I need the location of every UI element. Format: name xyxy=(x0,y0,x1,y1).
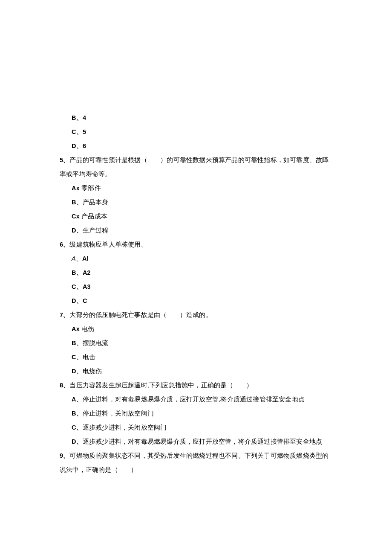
q4-option-b-text: 4 xyxy=(83,114,86,121)
q9-stem-line2: 说法中，正确的是（ ） xyxy=(60,463,332,477)
q5-option-d-text: 生产过程 xyxy=(83,227,109,234)
q8-option-c: C、逐步减少进料，关闭放空阀门 xyxy=(60,421,332,435)
q7-option-a: Ax 电伤 xyxy=(60,322,332,336)
q7-option-d-label: D、 xyxy=(72,368,83,375)
q7-option-c-label: C、 xyxy=(72,354,83,360)
q8-option-a-text: 停止进料，对有毒易燃易爆介质，应打开放空管,将介质通过接管排至安全地点 xyxy=(83,396,305,403)
q4-option-c-text: 5 xyxy=(83,128,86,135)
q4-option-d: D、6 xyxy=(60,139,332,153)
q5-option-a: Ax 零部件 xyxy=(60,181,332,195)
q7-stem-text: 大部分的低压触电死亡事故是由（ ）造成的。 xyxy=(69,311,212,318)
q4-option-c-label: C、 xyxy=(72,128,83,135)
q7-stem: 7、大部分的低压触电死亡事故是由（ ）造成的。 xyxy=(60,308,332,322)
q6-option-d: D、C xyxy=(60,294,332,308)
q5-stem-line1: 5、产品的可靠性预计是根据（ ）的可靠性数据来预算产品的可靠性指标，如可靠度、故… xyxy=(60,153,332,167)
q6-option-a-label: A、 xyxy=(72,255,82,262)
q6-option-b-label: B、 xyxy=(72,269,83,276)
q5-option-c-text: 产品成本 xyxy=(80,213,107,220)
q7-option-b: B、摆脱电流 xyxy=(60,336,332,350)
q5-option-d-label: D、 xyxy=(72,227,83,234)
q9-stem-text-1: 可燃物质的聚集状态不同，其受热后发生的燃烧过程也不同。下列关于可燃物质燃烧类型的 xyxy=(69,452,329,459)
q6-option-c-text: A3 xyxy=(83,283,91,290)
q8-option-b-text: 停止进料，关闭放空阀门 xyxy=(83,410,154,417)
q9-stem-line1: 9、可燃物质的聚集状态不同，其受热后发生的燃烧过程也不同。下列关于可燃物质燃烧类… xyxy=(60,449,332,463)
q6-option-c-label: C、 xyxy=(72,283,83,290)
q5-option-b-text: 产品本身 xyxy=(83,199,109,206)
q6-option-b: B、A2 xyxy=(60,266,332,280)
q8-stem: 8、当压力容器发生超压超温时,下列应急措施中，正确的是（ ） xyxy=(60,378,332,392)
q7-option-d-text: 电烧伤 xyxy=(83,368,102,375)
q7-option-a-text: 电伤 xyxy=(80,325,95,332)
q5-option-d: D、生产过程 xyxy=(60,224,332,238)
q4-option-d-text: 6 xyxy=(83,142,86,149)
q5-number: 5、 xyxy=(60,157,69,163)
q7-option-b-label: B、 xyxy=(72,340,83,346)
q6-stem-text: 级建筑物应单人单栋使用。 xyxy=(69,241,147,248)
q4-option-b-label: B、 xyxy=(72,114,83,121)
q8-option-d-text: 逐步减少进料，对有毒易燃易爆介质，应打开放空管，将介质通过接管排至安全地点 xyxy=(83,438,322,445)
q8-option-b-label: B、 xyxy=(72,410,83,417)
q9-number: 9、 xyxy=(60,452,69,459)
q8-option-b: B、停止进料，关闭放空阀门 xyxy=(60,407,332,421)
q8-option-d: D、逐步减少进料，对有毒易燃易爆介质，应打开放空管，将介质通过接管排至安全地点 xyxy=(60,435,332,449)
q8-option-d-label: D、 xyxy=(72,438,83,445)
q5-stem-text-1: 产品的可靠性预计是根据（ ）的可靠性数据来预算产品的可靠性指标，如可靠度、故障 xyxy=(69,157,329,163)
q5-stem-text-2: 率或平均寿命等。 xyxy=(60,171,112,177)
q8-option-c-text: 逐步减少进料，关闭放空阀门 xyxy=(83,424,167,431)
q6-option-b-text: A2 xyxy=(83,269,91,276)
q7-option-c: C、电击 xyxy=(60,350,332,364)
q5-option-b-label: B、 xyxy=(72,199,83,206)
q6-number: 6、 xyxy=(60,241,69,248)
q7-option-c-text: 电击 xyxy=(83,354,95,360)
q5-option-c-label: Cx xyxy=(72,213,80,220)
q7-option-d: D、电烧伤 xyxy=(60,364,332,378)
q4-option-b: B、4 xyxy=(60,111,332,125)
q8-option-a: A、停止进料，对有毒易燃易爆介质，应打开放空管,将介质通过接管排至安全地点 xyxy=(60,392,332,407)
q5-option-a-label: Ax xyxy=(72,185,80,192)
q5-option-a-text: 零部件 xyxy=(80,185,101,192)
q6-option-a-text: Al xyxy=(82,255,89,262)
q9-stem-text-2: 说法中，正确的是（ ） xyxy=(60,466,137,473)
q6-option-a: A、Al xyxy=(60,252,332,266)
q7-option-b-text: 摆脱电流 xyxy=(83,340,109,346)
q5-option-c: Cx 产品成本 xyxy=(60,209,332,224)
q5-stem-line2: 率或平均寿命等。 xyxy=(60,167,332,181)
q8-number: 8、 xyxy=(60,382,69,389)
q8-option-c-label: C、 xyxy=(72,424,83,431)
q5-option-b: B、产品本身 xyxy=(60,195,332,209)
q6-stem: 6、级建筑物应单人单栋使用。 xyxy=(60,238,332,252)
document-page: B、4 C、5 D、6 5、产品的可靠性预计是根据（ ）的可靠性数据来预算产品的… xyxy=(0,0,392,555)
q6-option-d-label: D、 xyxy=(72,297,83,304)
q7-number: 7、 xyxy=(60,311,69,318)
q7-option-a-label: Ax xyxy=(72,325,80,332)
q4-option-c: C、5 xyxy=(60,125,332,139)
q6-option-d-text: C xyxy=(83,297,87,304)
q8-option-a-label: A、 xyxy=(72,396,83,403)
q6-option-c: C、A3 xyxy=(60,280,332,294)
q4-option-d-label: D、 xyxy=(72,142,83,149)
q8-stem-text: 当压力容器发生超压超温时,下列应急措施中，正确的是（ ） xyxy=(69,382,253,389)
